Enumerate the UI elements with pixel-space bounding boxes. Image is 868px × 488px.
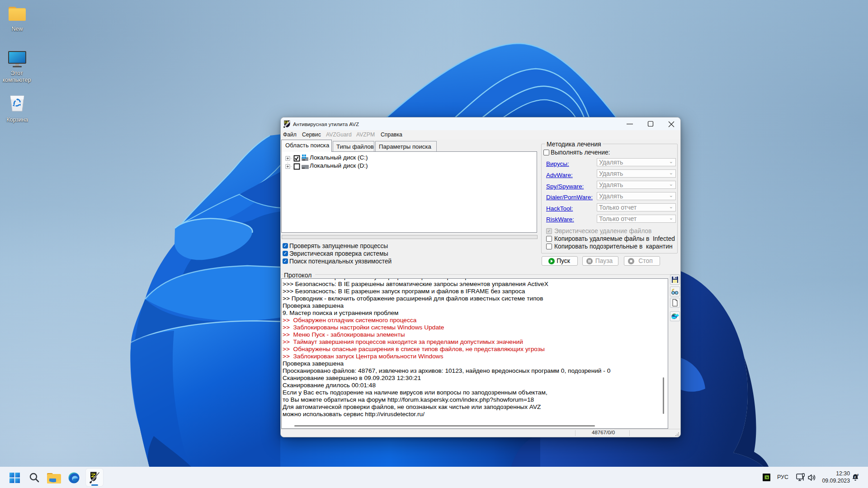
svg-text:z: z [857,473,859,477]
svg-text:z: z [854,475,856,479]
